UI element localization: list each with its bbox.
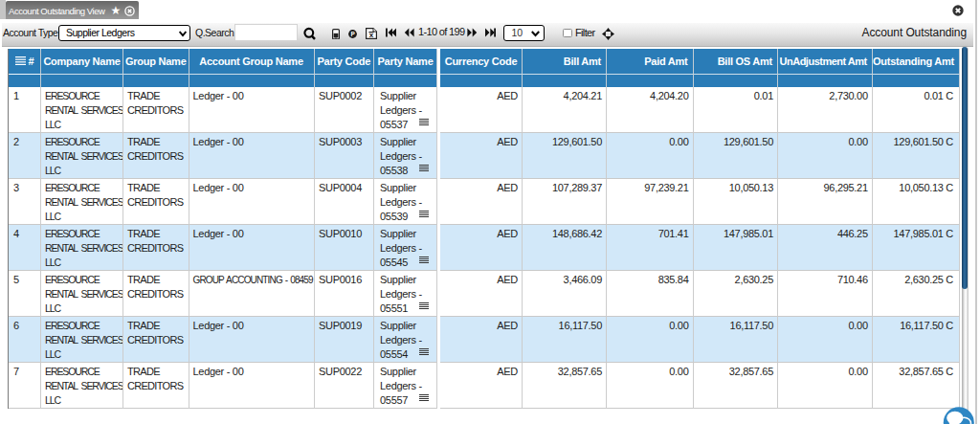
svg-text:P: P bbox=[350, 31, 355, 37]
